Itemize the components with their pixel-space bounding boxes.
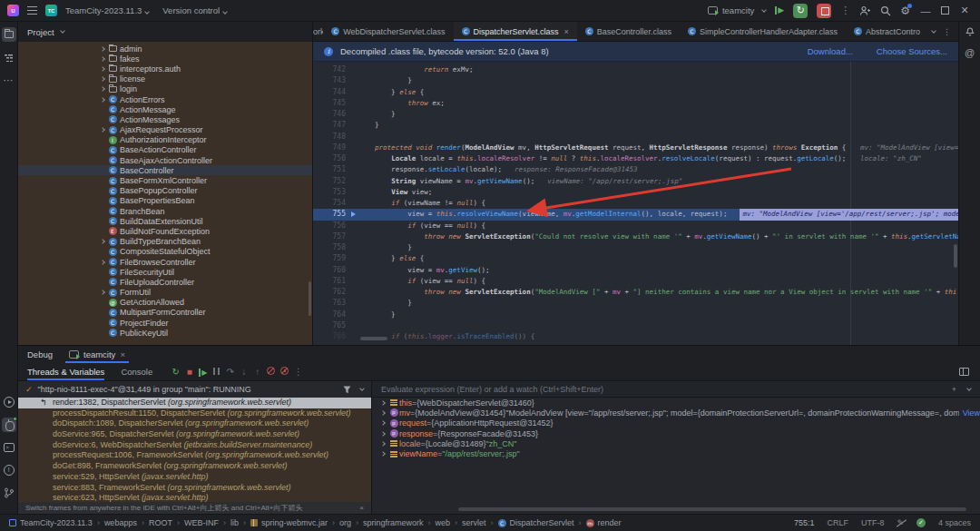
tree-item-basepopupcontroller[interactable]: CBasePopupController — [18, 186, 312, 196]
thread-header[interactable]: ✓ "http-nio-8111-exec-4"@31,449 in group… — [18, 381, 371, 398]
code-line-743[interactable]: 743 } — [313, 75, 958, 86]
debug-more-actions-icon[interactable]: ⋮ — [291, 367, 305, 377]
debug-tool-button[interactable] — [2, 418, 16, 432]
breadcrumb-org[interactable]: org — [339, 518, 351, 527]
editor-horizontal-scrollbar[interactable] — [360, 337, 387, 340]
variable-row-viewName[interactable]: viewName = "/app/rest/server;.jsp" — [372, 448, 980, 458]
stack-frame[interactable]: doDispatch:1089, DispatcherServlet (org.… — [18, 418, 371, 429]
more-tool-windows-button[interactable]: ⋯ — [2, 73, 16, 87]
code-line-752[interactable]: 752 String viewName = mv.getViewName();v… — [313, 176, 958, 187]
debug-button[interactable]: ▶ — [775, 6, 784, 15]
variables-horizontal-scrollbar[interactable] — [458, 507, 966, 511]
code-editor[interactable]: 742 return exMv;743 }744 } else {745 thr… — [313, 62, 958, 345]
chevron-right-icon[interactable] — [98, 57, 107, 61]
tab-console[interactable]: Console — [121, 363, 162, 380]
structure-tool-button[interactable] — [2, 50, 16, 64]
tree-item-projectfinder[interactable]: CProjectFinder — [18, 318, 312, 328]
tree-item-fakes[interactable]: fakes — [18, 54, 312, 64]
stack-frame[interactable]: processDispatchResult:1150, DispatcherSe… — [18, 408, 371, 419]
chevron-right-icon[interactable] — [381, 411, 388, 415]
window-restore-button[interactable] — [941, 6, 949, 15]
code-line-753[interactable]: 753 View view; — [313, 187, 958, 198]
chevron-right-icon[interactable] — [98, 87, 107, 91]
variable-row-mv[interactable]: pmv = {ModelAndView@31454} "ModelAndView… — [372, 408, 980, 418]
tree-item-filesecurityutil[interactable]: CFileSecurityUtil — [18, 267, 312, 277]
chevron-right-icon[interactable] — [98, 67, 107, 71]
step-over-icon[interactable]: ↷ — [223, 367, 237, 377]
mute-breakpoints-icon[interactable] — [264, 367, 278, 377]
caret-position[interactable]: 755:1 — [794, 518, 815, 527]
view-link[interactable]: View — [963, 408, 980, 418]
breadcrumb-root[interactable]: ROOT — [149, 518, 172, 527]
tree-item-baseformxmlcontroller[interactable]: CBaseFormXmlController — [18, 175, 312, 185]
tree-item-basepropertiesbean[interactable]: CBasePropertiesBean — [18, 196, 312, 206]
code-line-760[interactable]: 760 view = mv.getView(); — [313, 265, 958, 276]
notifications-bell-button[interactable] — [965, 25, 975, 36]
breadcrumb-web[interactable]: web — [436, 518, 451, 527]
code-with-me-icon[interactable] — [859, 5, 871, 16]
stack-frame[interactable]: doService:6, WebDispatcherServlet (jetbr… — [18, 440, 371, 451]
breadcrumb-web-inf[interactable]: WEB-INF — [184, 518, 219, 527]
view-breakpoints-icon[interactable] — [278, 367, 291, 377]
step-into-icon[interactable]: ↓ — [237, 367, 250, 377]
tree-item-authorizationinterceptor[interactable]: IAuthorizationInterceptor — [18, 135, 312, 145]
code-line-744[interactable]: 744 } else { — [313, 87, 958, 98]
chevron-right-icon[interactable] — [98, 290, 107, 294]
code-line-763[interactable]: 763 } — [313, 298, 958, 309]
tree-item-publickeyutil[interactable]: CPublicKeyUtil — [18, 328, 312, 338]
tree-item-login[interactable]: login — [18, 84, 312, 94]
debug-session-tab[interactable]: teamcity × — [65, 346, 129, 363]
stack-frame[interactable]: service:623, HttpServlet (javax.servlet.… — [18, 493, 371, 502]
code-line-748[interactable]: 748 — [313, 132, 958, 143]
chevron-right-icon[interactable] — [381, 421, 388, 425]
filter-funnel-icon[interactable] — [343, 386, 351, 394]
project-panel-title[interactable]: Project — [27, 27, 54, 37]
stop-debug-icon[interactable]: ■ — [182, 367, 196, 377]
vcs-widget[interactable]: Version control — [162, 5, 227, 15]
tree-item-actionmessages[interactable]: CActionMessages — [18, 114, 312, 124]
code-line-755[interactable]: 755 view = this.resolveViewName(viewName… — [313, 209, 958, 220]
rerun-debug-icon[interactable]: ↻ — [169, 367, 182, 377]
chevron-right-icon[interactable] — [98, 240, 107, 243]
editor-tab[interactable]: orkServlet.class — [313, 22, 323, 41]
stack-frame[interactable]: processRequest:1006, FrameworkServlet (o… — [18, 450, 371, 461]
window-close-button[interactable]: ✕ — [958, 5, 971, 16]
choose-sources-link[interactable]: Choose Sources... — [877, 46, 947, 56]
code-line-764[interactable]: 764 } — [313, 310, 958, 320]
close-tab-icon[interactable]: × — [564, 27, 569, 36]
code-line-751[interactable]: 751 response.setLocale(locale);response:… — [313, 164, 958, 175]
chevron-right-icon[interactable] — [98, 98, 107, 102]
chevron-right-icon[interactable] — [381, 432, 388, 436]
tree-item-admin[interactable]: admin — [18, 44, 312, 54]
code-line-758[interactable]: 758 } — [313, 242, 958, 253]
tree-item-compositestatefulobject[interactable]: CCompositeStatefulObject — [18, 247, 312, 257]
variable-row-locale[interactable]: locale = {Locale@31489} "zh_CN" — [372, 438, 980, 448]
tree-item-fileuploadcontroller[interactable]: CFileUploadController — [18, 277, 312, 287]
more-actions-icon[interactable]: ⋮ — [840, 5, 850, 16]
window-minimize-button[interactable]: — — [919, 5, 932, 16]
file-encoding[interactable]: UTF-8 — [861, 518, 885, 527]
code-line-747[interactable]: 747 } — [313, 120, 958, 131]
variables-list[interactable]: this = {WebDispatcherServlet@31460}pmv =… — [372, 398, 980, 459]
read-only-icon[interactable]: ✎ — [897, 518, 904, 527]
code-line-757[interactable]: 757 throw new ServletException("Could no… — [313, 231, 958, 242]
code-line-762[interactable]: 762 throw new ServletException("ModelAnd… — [313, 287, 958, 298]
code-line-742[interactable]: 742 return exMv; — [313, 64, 958, 75]
tree-item-actionerrors[interactable]: CActionErrors — [18, 94, 312, 104]
evaluate-expression-input[interactable]: Evaluate expression (Enter) or add a wat… — [372, 381, 980, 398]
code-line-754[interactable]: 754 if (viewName != null) { — [313, 198, 958, 209]
hidden-tabs-chevron-icon[interactable] — [931, 28, 936, 34]
resume-icon[interactable]: ▶ — [199, 369, 207, 377]
code-line-765[interactable]: 765 — [313, 320, 958, 331]
chevron-right-icon[interactable] — [98, 77, 107, 81]
code-line-761[interactable]: 761 if (view == null) { — [313, 276, 958, 287]
line-ending[interactable]: CRLF — [827, 518, 848, 527]
editor-tab[interactable]: CDispatcherServlet.class× — [454, 22, 577, 41]
editor-tab[interactable]: CWebDispatcherServlet.class — [323, 22, 453, 41]
chevron-right-icon[interactable] — [381, 452, 388, 456]
step-out-icon[interactable]: ↑ — [250, 367, 264, 377]
breadcrumb-spring-webmvc.jar[interactable]: spring-webmvc.jar — [250, 518, 328, 527]
code-line-766[interactable]: 766 if (this.logger.isTraceEnabled()) { — [313, 331, 958, 342]
tree-item-multipartformcontroller[interactable]: CMultipartFormController — [18, 308, 312, 318]
terminal-tool-button[interactable]: > — [2, 440, 16, 455]
